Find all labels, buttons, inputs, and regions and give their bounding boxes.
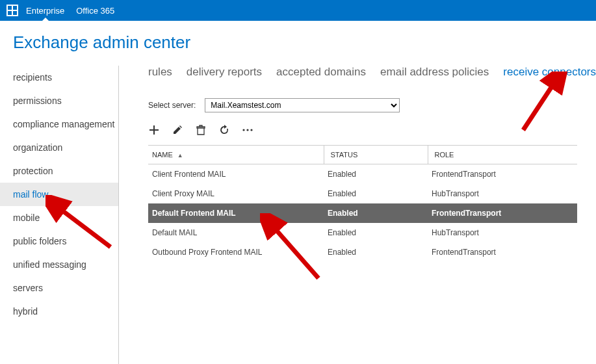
svg-point-4 <box>242 129 244 131</box>
page-title: Exchange admin center <box>13 32 596 53</box>
edit-button[interactable] <box>172 124 183 136</box>
tab-rules[interactable]: rules <box>148 66 172 79</box>
col-name-label: NAME <box>152 151 173 159</box>
pencil-icon <box>172 125 183 135</box>
table-row[interactable]: Client Frontend MAILEnabledFrontendTrans… <box>148 164 577 185</box>
main-panel: rulesdelivery reportsaccepted domainsema… <box>119 59 596 364</box>
delete-button[interactable] <box>195 124 207 136</box>
topbar-link-enterprise[interactable]: Enterprise <box>26 0 64 21</box>
table-row[interactable]: Outbound Proxy Frontend MAILEnabledFront… <box>148 242 577 262</box>
tab-accepted-domains[interactable]: accepted domains <box>276 66 366 79</box>
cell-role: HubTransport <box>428 184 577 203</box>
cell-name: Outbound Proxy Frontend MAIL <box>148 242 324 262</box>
sidebar-item-hybrid[interactable]: hybrid <box>0 300 118 323</box>
sidebar-item-mobile[interactable]: mobile <box>0 206 118 229</box>
connectors-table: NAME ▲ STATUS ROLE Client Frontend MAILE… <box>148 145 577 262</box>
table-row[interactable]: Default Frontend MAILEnabledFrontendTran… <box>148 203 577 223</box>
sidebar-item-recipients[interactable]: recipients <box>0 66 118 89</box>
table-row[interactable]: Default MAILEnabledHubTransport <box>148 223 577 242</box>
plus-icon <box>149 125 159 135</box>
sidebar-item-permissions[interactable]: permissions <box>0 89 118 112</box>
server-select-row: Select server: Mail.Xeamstest.com <box>148 98 596 112</box>
sidebar-item-protection[interactable]: protection <box>0 159 118 183</box>
sidebar-item-mail-flow[interactable]: mail flow <box>0 183 118 206</box>
cell-name: Client Proxy MAIL <box>148 184 324 203</box>
tab-delivery-reports[interactable]: delivery reports <box>187 66 262 79</box>
trash-icon <box>196 125 206 135</box>
topbar-link-office365[interactable]: Office 365 <box>76 0 114 21</box>
cell-name: Default Frontend MAIL <box>148 203 324 223</box>
cell-status: Enabled <box>324 203 428 223</box>
ellipsis-icon <box>242 128 253 132</box>
sidebar-item-compliance-management[interactable]: compliance management <box>0 112 118 136</box>
cell-role: FrontendTransport <box>428 242 577 262</box>
svg-rect-1 <box>13 6 17 10</box>
cell-role: FrontendTransport <box>428 203 577 223</box>
office-logo-icon <box>6 5 18 16</box>
cell-name: Default MAIL <box>148 223 324 242</box>
svg-point-6 <box>250 129 252 131</box>
sidebar-item-unified-messaging[interactable]: unified messaging <box>0 253 118 276</box>
svg-rect-3 <box>13 11 17 15</box>
cell-status: Enabled <box>324 223 428 242</box>
table-row[interactable]: Client Proxy MAILEnabledHubTransport <box>148 184 577 203</box>
cell-status: Enabled <box>324 184 428 203</box>
cell-role: FrontendTransport <box>428 164 577 185</box>
topbar: Enterprise Office 365 <box>0 0 596 21</box>
svg-rect-2 <box>8 11 12 15</box>
tab-receive-connectors[interactable]: receive connectors <box>503 66 596 79</box>
cell-role: HubTransport <box>428 223 577 242</box>
sidebar-item-servers[interactable]: servers <box>0 276 118 300</box>
tab-email-address-policies[interactable]: email address policies <box>380 66 489 79</box>
add-button[interactable] <box>148 124 160 136</box>
col-role[interactable]: ROLE <box>428 146 577 164</box>
server-select-label: Select server: <box>148 101 196 110</box>
sort-asc-icon: ▲ <box>177 152 183 159</box>
refresh-button[interactable] <box>218 124 230 136</box>
sidebar-item-organization[interactable]: organization <box>0 136 118 159</box>
col-name[interactable]: NAME ▲ <box>148 146 324 164</box>
sidebar-item-public-folders[interactable]: public folders <box>0 229 118 253</box>
col-status[interactable]: STATUS <box>324 146 428 164</box>
refresh-icon <box>219 125 229 135</box>
cell-status: Enabled <box>324 164 428 185</box>
toolbar <box>148 124 596 136</box>
sidebar: recipientspermissionscompliance manageme… <box>0 59 118 364</box>
title-area: Exchange admin center <box>0 21 596 59</box>
cell-name: Client Frontend MAIL <box>148 164 324 185</box>
svg-rect-0 <box>8 6 12 10</box>
svg-point-5 <box>246 129 248 131</box>
table-header-row: NAME ▲ STATUS ROLE <box>148 146 577 164</box>
tabs: rulesdelivery reportsaccepted domainsema… <box>148 66 596 79</box>
more-button[interactable] <box>242 124 253 136</box>
cell-status: Enabled <box>324 242 428 262</box>
server-select[interactable]: Mail.Xeamstest.com <box>205 98 400 112</box>
